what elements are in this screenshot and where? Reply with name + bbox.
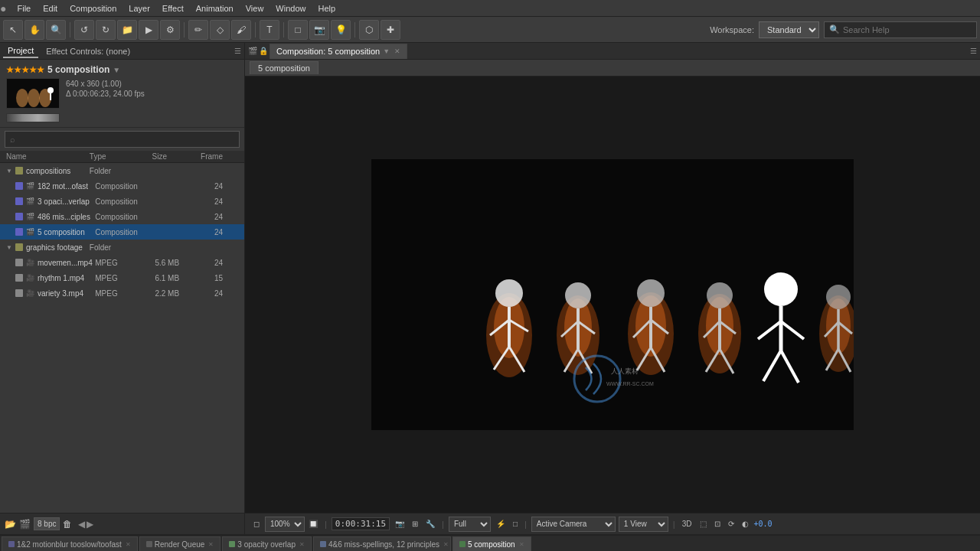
view-options-btn[interactable]: 🔧: [423, 519, 437, 529]
comp-tab-main[interactable]: Composition: 5 composition ▼ ✕: [270, 44, 407, 59]
undo-btn[interactable]: ↺: [74, 20, 94, 40]
search-proj-icon: ⌕: [10, 135, 15, 144]
view-count-select[interactable]: 1 View: [619, 517, 668, 532]
list-item[interactable]: 🎥 variety 3.mp4 MPEG 2.2 MB 24: [0, 285, 244, 301]
menu-file[interactable]: File: [11, 2, 37, 15]
tab-label: Render Queue: [155, 540, 205, 549]
left-panel: Project Effect Controls: (none) ☰ ★★★★★ …: [0, 43, 245, 534]
comp-viewer-icon[interactable]: 🎬: [248, 47, 257, 55]
menu-view[interactable]: View: [240, 2, 270, 15]
text-tool-btn[interactable]: T: [260, 20, 279, 40]
zoom-select[interactable]: 100% 50% 200%: [265, 517, 305, 532]
tab-color-dot: [229, 541, 235, 547]
mask-btn[interactable]: ◇: [210, 20, 230, 40]
selection-tool-btn[interactable]: ↖: [3, 20, 23, 40]
list-item[interactable]: 🎬 5 composition Composition 24: [0, 224, 244, 240]
tab-close-btn[interactable]: ✕: [443, 541, 449, 548]
new-folder-btn[interactable]: 📂: [5, 519, 16, 530]
settings-btn[interactable]: ⚙: [160, 20, 180, 40]
list-item[interactable]: 🎥 rhythm 1.mp4 MPEG 6.1 MB 15: [0, 270, 244, 285]
comp-name: 5 composition: [47, 64, 109, 75]
list-item[interactable]: 🎥 movemen...mp4 MPEG 5.6 MB 24: [0, 255, 244, 270]
comp-viewer-lock[interactable]: 🔒: [259, 47, 268, 55]
menu-composition[interactable]: Composition: [64, 2, 122, 15]
bpc-btn[interactable]: 8 bpc: [34, 517, 60, 530]
delete-btn[interactable]: 🗑: [63, 519, 72, 530]
project-search-input[interactable]: [18, 135, 234, 144]
puppet-btn[interactable]: ⬡: [359, 20, 379, 40]
list-item[interactable]: 🎬 182 mot...ofast Composition 24: [0, 178, 244, 194]
render-btn[interactable]: ▶: [139, 20, 158, 40]
file-name: variety 3.mp4: [38, 289, 83, 298]
pen-tool-btn[interactable]: ✏: [188, 20, 208, 40]
capture-btn[interactable]: 📷: [393, 519, 407, 529]
tab-close-btn[interactable]: ✕: [519, 541, 524, 548]
menu-help[interactable]: Help: [312, 2, 341, 15]
nav-right-btn[interactable]: ▶: [87, 519, 93, 530]
redo-btn[interactable]: ↻: [96, 20, 116, 40]
file-frame: 24: [195, 289, 223, 298]
menu-edit[interactable]: Edit: [37, 2, 64, 15]
fast-preview-btn[interactable]: ⚡: [494, 519, 508, 529]
camera-select[interactable]: Active Camera: [531, 517, 616, 532]
vc-sep-4: |: [673, 520, 675, 529]
list-item[interactable]: 🎬 3 opaci...verlap Composition 24: [0, 194, 244, 209]
file-color-indicator: [15, 197, 23, 205]
menu-layer[interactable]: Layer: [122, 2, 156, 15]
refresh-btn[interactable]: ⟳: [726, 519, 737, 529]
pixel-aspect-btn[interactable]: ⊡: [712, 519, 723, 529]
anchor-btn[interactable]: ✚: [381, 20, 400, 40]
tab-effect-controls[interactable]: Effect Controls: (none): [41, 45, 135, 57]
comp-tab-dropdown[interactable]: ▼: [383, 47, 390, 55]
comp-subtab-bar: 5 composition: [245, 60, 980, 77]
tab-close-btn[interactable]: ✕: [208, 541, 214, 548]
workspace-select[interactable]: Standard: [759, 21, 819, 38]
hand-tool-btn[interactable]: ✋: [24, 20, 44, 40]
camera-btn[interactable]: 📷: [309, 20, 329, 40]
timeline-tab[interactable]: 1&2 motionblur tooslow/toofast ✕: [2, 536, 138, 552]
list-item[interactable]: ▼ graphics footage Folder: [0, 240, 244, 255]
search-input[interactable]: [843, 25, 965, 34]
exposure-btn[interactable]: ◐: [740, 519, 751, 529]
file-frame: 24: [195, 228, 223, 236]
light-btn[interactable]: 💡: [331, 20, 351, 40]
file-size: 5.6 MB: [155, 259, 194, 267]
list-item[interactable]: 🎬 486 mis...ciples Composition 24: [0, 209, 244, 224]
grid-btn[interactable]: ⊞: [410, 519, 420, 529]
comp-preview-thumb: [6, 78, 60, 109]
menu-bar: ● File Edit Composition Layer Effect Ani…: [0, 0, 980, 17]
region-btn[interactable]: □: [511, 519, 520, 529]
brush-btn[interactable]: 🖌: [231, 20, 251, 40]
zoom-fit-btn[interactable]: 🔲: [306, 519, 320, 529]
project-btn[interactable]: 📁: [117, 20, 137, 40]
quality-select[interactable]: Full Half Quarter: [449, 517, 491, 532]
zoom-tool-btn[interactable]: 🔍: [46, 20, 66, 40]
comp-tab-close[interactable]: ✕: [394, 47, 400, 55]
list-item[interactable]: ▼ compositions Folder: [0, 163, 244, 178]
toggle-render-btn[interactable]: ◻: [251, 519, 262, 529]
tab-close-btn[interactable]: ✕: [126, 541, 131, 548]
tab-color-dot: [146, 541, 152, 547]
timeline-tab[interactable]: Render Queue ✕: [139, 536, 221, 552]
shape-tool-btn[interactable]: □: [288, 20, 308, 40]
menu-effect[interactable]: Effect: [156, 2, 190, 15]
menu-window[interactable]: Window: [270, 2, 312, 15]
file-icon: 🎬: [26, 182, 34, 190]
nav-left-btn[interactable]: ◀: [78, 519, 85, 530]
comp-subtab-active[interactable]: 5 composition: [250, 61, 318, 74]
search-icon: 🔍: [829, 24, 840, 34]
tab-project[interactable]: Project: [3, 44, 38, 58]
comp-dropdown-icon[interactable]: ▼: [113, 66, 120, 74]
panel-options-btn[interactable]: ☰: [970, 47, 977, 55]
new-comp-btn[interactable]: 🎬: [19, 519, 31, 530]
viewer-canvas: 人人素材 WWW.RR-SC.COM: [371, 159, 854, 430]
3d-btn[interactable]: 3D: [680, 519, 694, 529]
timeline-tab[interactable]: 3 opacity overlap ✕: [222, 536, 312, 552]
tab-label: 1&2 motionblur tooslow/toofast: [17, 540, 122, 549]
timeline-tab[interactable]: 5 composition ✕: [452, 536, 531, 552]
menu-animation[interactable]: Animation: [190, 2, 240, 15]
timeline-tab[interactable]: 4&6 miss-spellings, 12 principles ✕: [313, 536, 451, 552]
tab-close-btn[interactable]: ✕: [299, 541, 305, 548]
transparency-btn[interactable]: ⬚: [697, 519, 709, 529]
panel-menu-btn[interactable]: ☰: [234, 47, 241, 55]
